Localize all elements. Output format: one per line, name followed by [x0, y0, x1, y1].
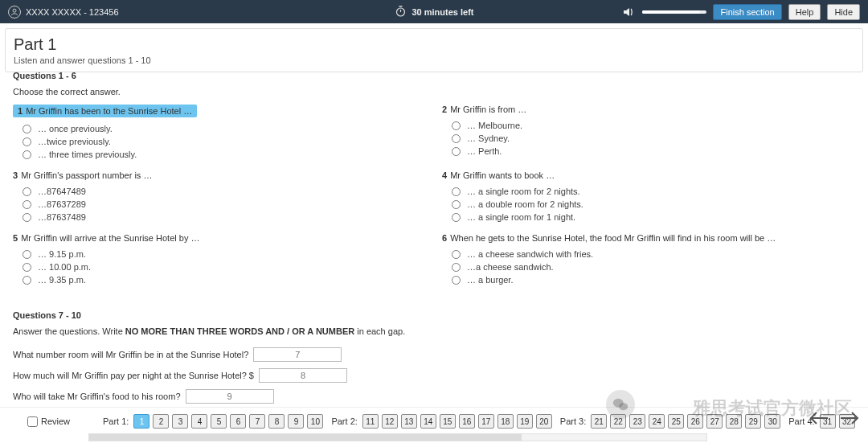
gap-input[interactable]	[259, 368, 347, 383]
finish-section-button[interactable]: Finish section	[713, 4, 781, 20]
radio-input[interactable]	[23, 250, 31, 259]
question-text: Mr Griffin will arrive at the Sunrise Ho…	[21, 233, 199, 243]
hide-button[interactable]: Hide	[827, 4, 860, 20]
section2-instruction: Answer the questions. Write NO MORE THAN…	[5, 326, 855, 344]
answer-option[interactable]: …87637289	[13, 198, 418, 211]
nav-question-button[interactable]: 1	[133, 414, 149, 429]
instr-a: Answer the questions. Write	[13, 326, 125, 336]
nav-question-button[interactable]: 5	[211, 414, 227, 429]
part-label: Part 3:	[560, 416, 586, 426]
review-label: Review	[41, 416, 70, 426]
answer-option[interactable]: … a single room for 1 night.	[442, 211, 847, 224]
radio-input[interactable]	[23, 263, 31, 272]
radio-input[interactable]	[23, 150, 31, 159]
top-bar: XXXX XXXXX - 123456 30 minutes left Fini…	[0, 0, 868, 23]
nav-question-button[interactable]: 12	[382, 414, 398, 429]
nav-question-button[interactable]: 19	[517, 414, 533, 429]
nav-question-button[interactable]: 8	[268, 414, 285, 429]
nav-question-button[interactable]: 25	[668, 414, 684, 429]
answer-option[interactable]: … once previously.	[13, 122, 418, 135]
option-text: …87647489	[38, 187, 86, 196]
answer-option[interactable]: … a double room for 2 nights.	[442, 198, 847, 211]
instr-b: NO MORE THAN THREE WORDS AND / OR A NUMB…	[125, 326, 354, 336]
nav-question-button[interactable]: 2	[153, 414, 169, 429]
answer-option[interactable]: …87637489	[13, 211, 418, 224]
radio-input[interactable]	[452, 213, 461, 222]
part-label: Part 1:	[103, 416, 129, 426]
scrollbar-thumb[interactable]	[89, 434, 522, 441]
radio-input[interactable]	[23, 276, 31, 285]
answer-option[interactable]: … Perth.	[442, 145, 847, 158]
answer-option[interactable]: … 9.15 p.m.	[13, 248, 418, 260]
nav-question-button[interactable]: 6	[230, 414, 246, 429]
user-icon	[8, 6, 21, 18]
option-text: … 9.15 p.m.	[38, 249, 86, 259]
nav-question-button[interactable]: 3	[172, 414, 188, 429]
nav-question-button[interactable]: 11	[362, 414, 379, 429]
radio-input[interactable]	[452, 276, 461, 285]
option-text: … a burger.	[467, 275, 513, 285]
question-block: 4Mr Griffin wants to book …… a single ro…	[442, 170, 847, 224]
radio-input[interactable]	[23, 187, 31, 196]
radio-input[interactable]	[452, 134, 461, 143]
radio-input[interactable]	[452, 263, 461, 272]
nav-question-button[interactable]: 24	[649, 414, 665, 429]
nav-question-button[interactable]: 13	[401, 414, 417, 429]
nav-question-button[interactable]: 9	[288, 414, 304, 429]
radio-input[interactable]	[23, 200, 31, 209]
radio-input[interactable]	[23, 213, 31, 222]
gap-input[interactable]	[253, 347, 342, 362]
radio-input[interactable]	[452, 147, 461, 156]
answer-option[interactable]: … a burger.	[442, 273, 847, 286]
radio-input[interactable]	[452, 200, 461, 209]
answer-option[interactable]: … Sydney.	[442, 132, 847, 145]
review-box[interactable]	[27, 416, 38, 427]
question-block: 6When he gets to the Sunrise Hotel, the …	[442, 233, 847, 286]
answer-option[interactable]: … 9.35 p.m.	[13, 273, 418, 286]
volume-slider[interactable]	[642, 10, 706, 14]
answer-option[interactable]: … a cheese sandwich with fries.	[442, 248, 847, 260]
nav-question-button[interactable]: 4	[191, 414, 207, 429]
radio-input[interactable]	[23, 125, 31, 133]
horizontal-scrollbar[interactable]	[88, 433, 707, 441]
answer-option[interactable]: … three times previously.	[13, 148, 418, 161]
nav-question-button[interactable]: 17	[478, 414, 494, 429]
nav-question-button[interactable]: 14	[420, 414, 436, 429]
answer-option[interactable]: … 10.00 p.m.	[13, 260, 418, 273]
answer-option[interactable]: … a single room for 2 nights.	[442, 185, 847, 198]
nav-question-button[interactable]: 7	[249, 414, 265, 429]
question-text: Mr Griffin has been to the Sunrise Hotel…	[26, 106, 192, 116]
radio-input[interactable]	[452, 121, 461, 130]
option-text: … a double room for 2 nights.	[467, 199, 583, 209]
option-text: … three times previously.	[38, 150, 137, 159]
review-checkbox[interactable]: Review	[27, 416, 70, 427]
watermark-text: 雅思考试官方微社区	[693, 396, 852, 420]
nav-question-button[interactable]: 20	[536, 414, 552, 429]
gap-input[interactable]	[186, 389, 274, 404]
nav-question-button[interactable]: 15	[440, 414, 456, 429]
nav-question-button[interactable]: 16	[459, 414, 475, 429]
question-row: 5Mr Griffin will arrive at the Sunrise H…	[5, 233, 855, 296]
nav-question-button[interactable]: 21	[591, 414, 607, 429]
gap-question-text: What number room will Mr Griffin be in a…	[13, 350, 248, 359]
nav-question-button[interactable]: 10	[307, 414, 323, 429]
answer-option[interactable]: …87647489	[13, 185, 418, 198]
header-right: Finish section Help Hide	[621, 4, 860, 20]
question-number: 1	[18, 106, 23, 116]
help-button[interactable]: Help	[788, 4, 821, 20]
radio-input[interactable]	[452, 187, 461, 196]
radio-input[interactable]	[23, 137, 31, 146]
answer-option[interactable]: …twice previously.	[13, 135, 418, 148]
radio-input[interactable]	[452, 250, 461, 259]
answer-option[interactable]: … Melbourne.	[442, 119, 847, 132]
nav-question-button[interactable]: 23	[629, 414, 645, 429]
question-block: 1Mr Griffin has been to the Sunrise Hote…	[13, 105, 418, 161]
option-text: … a cheese sandwich with fries.	[467, 249, 593, 259]
content-scroll[interactable]: Questions 1 - 6 Choose the correct answe…	[5, 64, 858, 407]
volume-icon[interactable]	[621, 5, 636, 19]
section1-heading: Questions 1 - 6	[5, 64, 855, 87]
answer-option[interactable]: …a cheese sandwich.	[442, 260, 847, 273]
question-prompt: 2Mr Griffin is from …	[442, 105, 847, 114]
question-prompt: 6When he gets to the Sunrise Hotel, the …	[442, 233, 847, 243]
nav-question-button[interactable]: 18	[497, 414, 514, 429]
